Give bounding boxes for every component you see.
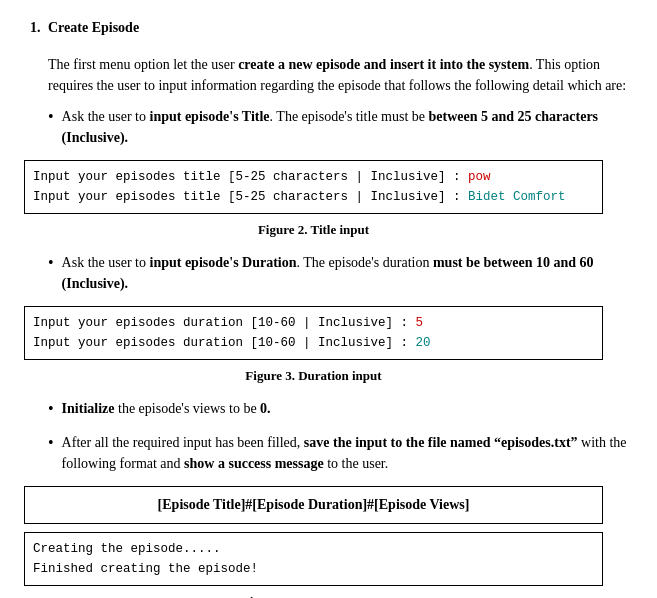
bullet-list: Ask the user to input episode's Title. T… (48, 106, 627, 598)
duration-code-line-2: Input your episodes duration [10-60 | In… (33, 333, 594, 353)
section-number: 1. (30, 20, 48, 44)
title-code-line-1: Input your episodes title [5-25 characte… (33, 167, 594, 187)
duration-prefix-1: Input your episodes duration [10-60 | In… (33, 316, 416, 330)
title-prefix-1: Input your episodes title [5-25 characte… (33, 170, 468, 184)
section-header: 1. Create Episode (30, 20, 627, 44)
duration-figure-caption: Figure 3. Duration input (24, 368, 603, 384)
success-line-1: Creating the episode..... (33, 539, 594, 559)
list-item-save: After all the required input has been fi… (48, 432, 627, 474)
list-item-duration: Ask the user to input episode's Duration… (48, 252, 627, 294)
title-value-1: pow (468, 170, 491, 184)
success-line-2: Finished creating the episode! (33, 559, 594, 579)
save-bullet-text: After all the required input has been fi… (62, 432, 627, 474)
views-bullet-text: Initialize the episode's views to be 0. (62, 398, 627, 419)
section-title: Create Episode (48, 20, 627, 36)
title-prefix-2: Input your episodes title [5-25 characte… (33, 190, 468, 204)
duration-value-1: 5 (416, 316, 424, 330)
success-code-box: Creating the episode..... Finished creat… (24, 532, 603, 586)
duration-value-2: 20 (416, 336, 431, 350)
title-code-line-2: Input your episodes title [5-25 characte… (33, 187, 594, 207)
title-code-box: Input your episodes title [5-25 characte… (24, 160, 603, 214)
intro-paragraph: The first menu option let the user creat… (48, 54, 627, 96)
duration-bullet-text: Ask the user to input episode's Duration… (62, 252, 627, 294)
duration-code-line-1: Input your episodes duration [10-60 | In… (33, 313, 594, 333)
list-item-title: Ask the user to input episode's Title. T… (48, 106, 627, 148)
success-figure-caption: Figure 4. Success message (24, 594, 603, 598)
format-box: [Episode Title]#[Episode Duration]#[Epis… (24, 486, 603, 524)
title-figure-caption: Figure 2. Title input (24, 222, 603, 238)
duration-code-box: Input your episodes duration [10-60 | In… (24, 306, 603, 360)
title-value-2: Bidet Comfort (468, 190, 566, 204)
title-bullet-text: Ask the user to input episode's Title. T… (62, 106, 627, 148)
duration-prefix-2: Input your episodes duration [10-60 | In… (33, 336, 416, 350)
list-item-views: Initialize the episode's views to be 0. (48, 398, 627, 420)
